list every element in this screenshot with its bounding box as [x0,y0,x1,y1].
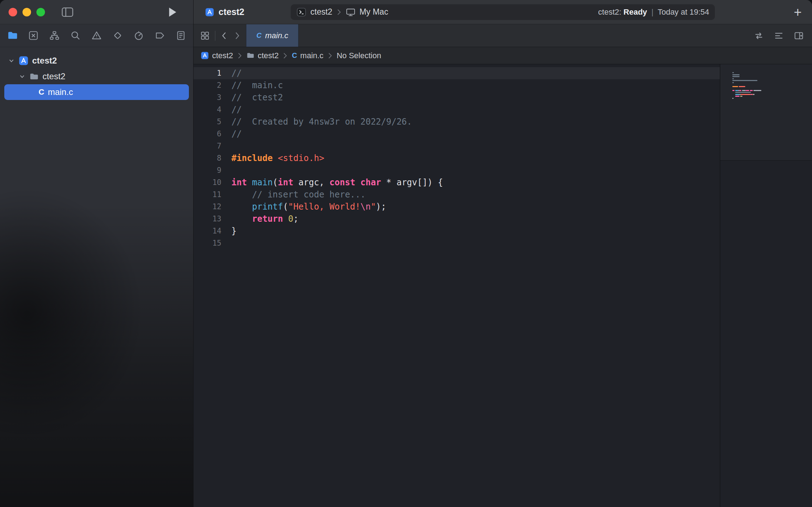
line-number[interactable]: 5 [194,116,221,128]
tree-label-group: ctest2 [42,71,65,81]
folder-icon [246,51,255,60]
status-separator: | [651,7,653,16]
line-number[interactable]: 12 [194,201,221,213]
navigate-forward-icon[interactable] [233,31,241,40]
minimize-button[interactable] [22,8,31,16]
jumpbar-file-label: main.c [300,51,324,60]
minimap[interactable] [720,64,812,507]
navigate-back-icon[interactable] [220,31,228,40]
jumpbar-file[interactable]: C main.c [292,51,323,60]
zoom-button[interactable] [36,8,45,16]
jumpbar-project-label: ctest2 [212,51,233,60]
code-line[interactable]: 13 return 0; [194,213,720,225]
line-number[interactable]: 6 [194,128,221,140]
code-line[interactable]: 7 [194,140,720,152]
code-line[interactable]: 2// main.c [194,79,720,91]
line-number[interactable]: 7 [194,140,221,152]
main-area: ctest2 ctest2 My Mac ct [194,0,812,507]
my-mac-icon [346,7,356,17]
code-editor[interactable]: 1//2// main.c3// ctest24//5// Created by… [194,64,720,507]
line-number[interactable]: 4 [194,104,221,116]
line-number[interactable]: 10 [194,176,221,189]
c-file-icon: C [256,31,261,40]
line-number[interactable]: 8 [194,152,221,164]
editor-options-icon[interactable] [773,30,784,41]
tab-bar-controls [194,24,246,47]
code-line[interactable]: 4// [194,104,720,116]
jumpbar-group-label: ctest2 [258,51,279,60]
tab-overview-icon[interactable] [200,31,210,41]
library-add-button[interactable]: + [790,4,806,20]
c-file-icon: C [292,51,297,60]
code-lines: 1//2// main.c3// ctest24//5// Created by… [194,67,720,249]
line-number[interactable]: 13 [194,213,221,225]
line-number[interactable]: 11 [194,189,221,201]
toolbar: ctest2 ctest2 My Mac ct [194,0,812,24]
run-button[interactable] [168,7,177,17]
code-review-icon[interactable] [753,30,764,41]
code-line[interactable]: 14} [194,225,720,237]
tree-row-project[interactable]: ctest2 [0,53,193,69]
sidebar-toolbar [0,0,193,24]
project-navigator-tree: ctest2 ctest2 C main.c [0,47,193,507]
chevron-right-icon [337,9,341,16]
toggle-sidebar-icon[interactable] [61,7,74,17]
project-navigator-icon[interactable] [5,28,20,43]
jumpbar-selection[interactable]: No Selection [337,51,381,60]
symbol-navigator-icon[interactable] [47,28,62,43]
code-line[interactable]: 12 printf("Hello, World!\n"); [194,201,720,213]
window-title: ctest2 [219,7,244,17]
chevron-right-icon [283,52,287,59]
line-number[interactable]: 2 [194,79,221,91]
xcode-project-icon [201,51,209,60]
divider [215,31,215,41]
status-state: Ready [623,7,647,16]
xcode-project-icon [205,7,214,17]
find-navigator-icon[interactable] [68,28,83,43]
report-navigator-icon[interactable] [173,28,188,43]
status-time: Today at 19:54 [658,7,709,16]
close-button[interactable] [9,8,17,16]
disclosure-chevron-icon[interactable] [8,57,15,64]
line-number[interactable]: 15 [194,237,221,249]
line-number[interactable]: 1 [194,67,221,79]
jumpbar-selection-label: No Selection [337,51,381,60]
line-number[interactable]: 9 [194,164,221,176]
line-number[interactable]: 14 [194,225,221,237]
tab-main-c[interactable]: C main.c [246,24,299,47]
disclosure-chevron-icon[interactable] [19,73,26,80]
code-line[interactable]: 5// Created by 4nsw3r on 2022/9/26. [194,116,720,128]
tree-row-file-selected[interactable]: C main.c [4,84,189,100]
window-project-badge: ctest2 [205,7,244,17]
issue-navigator-icon[interactable] [89,28,104,43]
code-line[interactable]: 11 // insert code here... [194,189,720,201]
sidebar-shadow-overlay [0,47,193,507]
minimap-lines [732,72,807,102]
code-line[interactable]: 8#include <stdio.h> [194,152,720,164]
test-navigator-icon[interactable] [110,28,125,43]
debug-navigator-icon[interactable] [131,28,146,43]
jumpbar-project[interactable]: ctest2 [201,51,233,60]
code-line[interactable]: 3// ctest2 [194,91,720,104]
xcode-project-icon [19,56,29,66]
scheme-name[interactable]: ctest2 [310,7,332,17]
scheme-status-bar[interactable]: ctest2 My Mac ctest2: Ready | Today at 1… [291,4,715,20]
code-line[interactable]: 6// [194,128,720,140]
xcode-window: ctest2 ctest2 C main.c [0,0,812,507]
scheme-selector[interactable]: ctest2 My Mac [296,7,388,17]
scheme-destination[interactable]: My Mac [360,7,389,17]
tree-label-file: main.c [48,87,73,97]
status-project: ctest2: [598,7,621,16]
breakpoint-navigator-icon[interactable] [152,28,167,43]
jumpbar-group[interactable]: ctest2 [246,51,279,60]
navigator-tab-strip [0,24,193,47]
activity-status: ctest2: Ready | Today at 19:54 [598,7,709,17]
code-line[interactable]: 15 [194,237,720,249]
line-number[interactable]: 3 [194,91,221,104]
source-control-navigator-icon[interactable] [26,28,41,43]
add-editor-icon[interactable] [793,30,804,41]
code-line[interactable]: 9 [194,164,720,176]
tree-row-group[interactable]: ctest2 [0,69,193,84]
code-line[interactable]: 10int main(int argc, const char * argv[]… [194,176,720,189]
code-line[interactable]: 1// [194,67,720,79]
